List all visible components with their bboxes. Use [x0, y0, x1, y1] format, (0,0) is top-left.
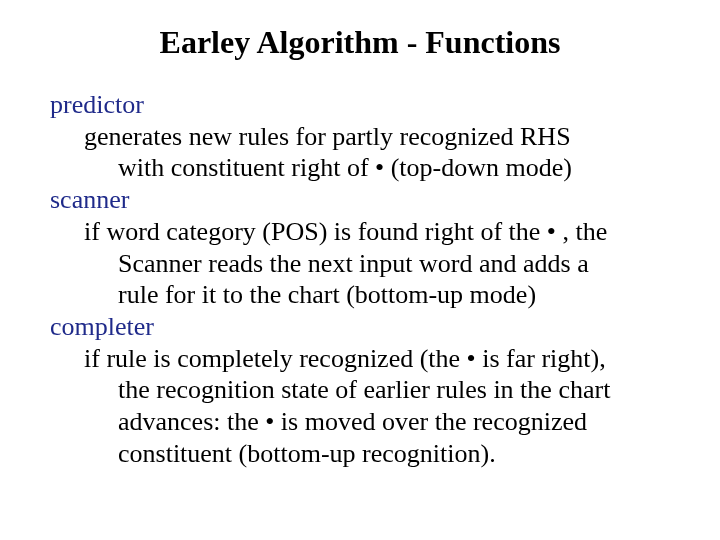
scanner-line2: Scanner reads the next input word and ad…	[118, 248, 670, 280]
predictor-line1: generates new rules for partly recognize…	[84, 121, 670, 153]
term-scanner: scanner	[50, 184, 670, 216]
slide-body: predictor generates new rules for partly…	[50, 89, 670, 470]
slide: Earley Algorithm - Functions predictor g…	[0, 0, 720, 490]
term-predictor: predictor	[50, 89, 670, 121]
slide-title: Earley Algorithm - Functions	[50, 24, 670, 61]
completer-line3: advances: the • is moved over the recogn…	[118, 406, 670, 438]
term-completer: completer	[50, 311, 670, 343]
completer-line1: if rule is completely recognized (the • …	[84, 343, 670, 375]
scanner-line3: rule for it to the chart (bottom-up mode…	[118, 279, 670, 311]
completer-line2: the recognition state of earlier rules i…	[118, 374, 670, 406]
predictor-line2: with constituent right of • (top-down mo…	[118, 152, 670, 184]
scanner-line1: if word category (POS) is found right of…	[84, 216, 670, 248]
completer-line4: constituent (bottom-up recognition).	[118, 438, 670, 470]
